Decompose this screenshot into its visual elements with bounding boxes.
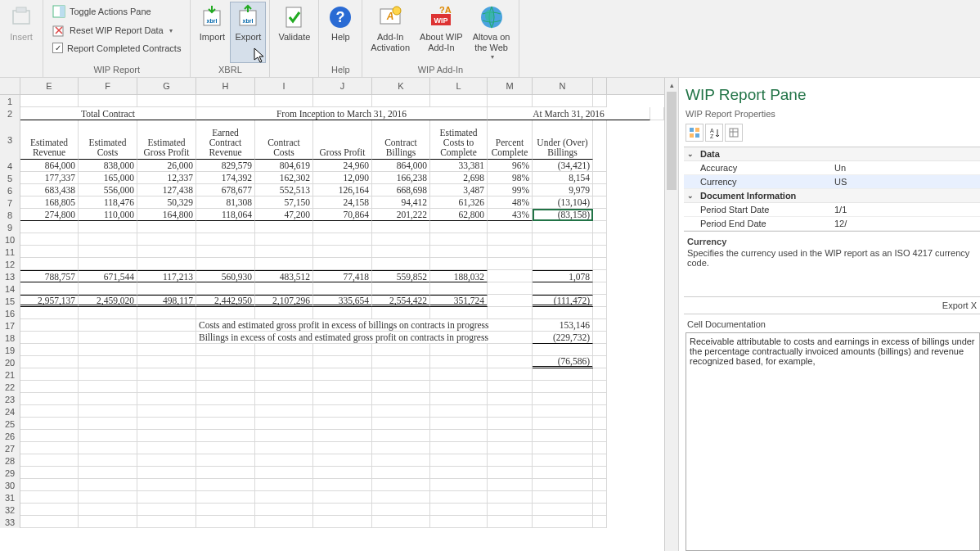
cell-J8[interactable]: 70,864 xyxy=(313,209,372,221)
row-33[interactable]: 33 xyxy=(0,516,664,528)
cell-E6[interactable]: 683,438 xyxy=(20,184,79,196)
cell-M7[interactable]: 48% xyxy=(488,196,533,209)
cell-documentation-box[interactable]: Receivable attributable to costs and ear… xyxy=(686,332,980,551)
row-32[interactable]: 32 xyxy=(0,504,664,516)
row-13[interactable]: 13 788,757 671,544 117,213 560,930 483,5… xyxy=(0,270,664,282)
row-28[interactable]: 28 xyxy=(0,454,664,467)
cell-G4[interactable]: 26,000 xyxy=(137,160,196,172)
hdr-total-contract[interactable]: Total Contract xyxy=(20,107,196,120)
row-15[interactable]: 15 2,957,137 2,459,020 498,117 2,442,950… xyxy=(0,295,664,307)
cell-K6[interactable]: 668,698 xyxy=(372,184,430,196)
row-8[interactable]: 8274,800110,000164,800118,06447,20070,86… xyxy=(0,209,664,221)
category-data[interactable]: ⌄Data xyxy=(684,147,980,161)
row-3[interactable]: 3 Estimated Revenue Estimated Costs Esti… xyxy=(0,120,664,160)
cell-F7[interactable]: 118,476 xyxy=(79,196,137,209)
cell-E5[interactable]: 177,337 xyxy=(20,172,79,184)
export-row[interactable]: Export X xyxy=(684,296,980,314)
vertical-scrollbar[interactable]: ▴ xyxy=(664,78,678,551)
col-header-M[interactable]: M xyxy=(488,78,533,94)
cell-I6[interactable]: 552,513 xyxy=(255,184,313,196)
altova-web-button[interactable]: Altova on the Web ▾ xyxy=(468,2,515,63)
sheet-grid[interactable]: E F G H I J K L M N 1 2 Total Contract F… xyxy=(0,78,664,551)
row-25[interactable]: 25 xyxy=(0,418,664,430)
cell-I5[interactable]: 162,302 xyxy=(255,172,313,184)
row-11[interactable]: 11 xyxy=(0,246,664,258)
cell-I4[interactable]: 804,619 xyxy=(255,160,313,172)
row-30[interactable]: 30 xyxy=(0,479,664,491)
cell-I8[interactable]: 47,200 xyxy=(255,209,313,221)
cell-K5[interactable]: 166,238 xyxy=(372,172,430,184)
cell-L4[interactable]: 33,381 xyxy=(430,160,488,172)
cell-H4[interactable]: 829,579 xyxy=(196,160,255,172)
property-grid[interactable]: ⌄Data AccuracyUn CurrencyUS ⌄Document In… xyxy=(684,147,980,231)
cell-N6[interactable]: 9,979 xyxy=(533,184,593,196)
export-button[interactable]: xbrl Export xyxy=(230,2,266,63)
cell-N4[interactable]: (34,421) xyxy=(533,160,593,172)
cell-H8[interactable]: 118,064 xyxy=(196,209,255,221)
cell-G7[interactable]: 50,329 xyxy=(137,196,196,209)
select-all-corner[interactable] xyxy=(0,78,20,94)
prop-accuracy[interactable]: AccuracyUn xyxy=(684,161,980,175)
categorize-icon[interactable] xyxy=(686,124,704,142)
cell-L5[interactable]: 2,698 xyxy=(430,172,488,184)
cell-J7[interactable]: 24,158 xyxy=(313,196,372,209)
row-19[interactable]: 19 xyxy=(0,344,664,356)
cell-H5[interactable]: 174,392 xyxy=(196,172,255,184)
help-button[interactable]: ? Help xyxy=(322,2,358,63)
row-26[interactable]: 26 xyxy=(0,430,664,442)
category-document-info[interactable]: ⌄Document Information xyxy=(684,189,980,203)
cell-M8[interactable]: 43% xyxy=(488,209,533,221)
cell-F5[interactable]: 165,000 xyxy=(79,172,137,184)
scroll-thumb[interactable] xyxy=(667,92,677,190)
cell-G5[interactable]: 12,337 xyxy=(137,172,196,184)
col-header-J[interactable]: J xyxy=(313,78,372,94)
prop-period-start[interactable]: Period Start Date1/1 xyxy=(684,203,980,217)
row-1[interactable]: 1 xyxy=(0,95,664,107)
row-7[interactable]: 7168,805118,47650,32981,30857,15024,1589… xyxy=(0,196,664,209)
col-header-N[interactable]: N xyxy=(533,78,593,94)
row-23[interactable]: 23 xyxy=(0,393,664,405)
col-header-F[interactable]: F xyxy=(79,78,137,94)
property-pages-icon[interactable] xyxy=(725,124,743,142)
column-headers[interactable]: E F G H I J K L M N xyxy=(0,78,664,95)
cell-E4[interactable]: 864,000 xyxy=(20,160,79,172)
cell-N8[interactable]: (83,158) xyxy=(533,209,593,221)
cell-N5[interactable]: 8,154 xyxy=(533,172,593,184)
cell-E8[interactable]: 274,800 xyxy=(20,209,79,221)
col-header-L[interactable]: L xyxy=(430,78,488,94)
validate-button[interactable]: Validate xyxy=(273,2,315,63)
cell-N7[interactable]: (13,104) xyxy=(533,196,593,209)
col-header-G[interactable]: G xyxy=(137,78,196,94)
report-completed-checkbox[interactable]: ✓ Report Completed Contracts xyxy=(50,41,183,55)
row-10[interactable]: 10 xyxy=(0,233,664,246)
cell-K7[interactable]: 94,412 xyxy=(372,196,430,209)
row-12[interactable]: 12 xyxy=(0,258,664,270)
cell-E7[interactable]: 168,805 xyxy=(20,196,79,209)
row-22[interactable]: 22 xyxy=(0,381,664,393)
import-button[interactable]: xbrl Import xyxy=(194,2,230,63)
cell-J4[interactable]: 24,960 xyxy=(313,160,372,172)
cell-J6[interactable]: 126,164 xyxy=(313,184,372,196)
col-header-I[interactable]: I xyxy=(255,78,313,94)
cell-K8[interactable]: 201,222 xyxy=(372,209,430,221)
cell-J5[interactable]: 12,090 xyxy=(313,172,372,184)
cell-F4[interactable]: 838,000 xyxy=(79,160,137,172)
row-2[interactable]: 2 Total Contract From Inception to March… xyxy=(0,107,664,120)
cell-F8[interactable]: 110,000 xyxy=(79,209,137,221)
cell-L6[interactable]: 3,487 xyxy=(430,184,488,196)
toggle-actions-pane-button[interactable]: Toggle Actions Pane xyxy=(50,3,183,20)
cell-L7[interactable]: 61,326 xyxy=(430,196,488,209)
col-header-H[interactable]: H xyxy=(196,78,255,94)
row-24[interactable]: 24 xyxy=(0,405,664,418)
col-header-E[interactable]: E xyxy=(20,78,79,94)
hdr-at-date[interactable]: At March 31, 2016 xyxy=(488,107,650,120)
cell-M5[interactable]: 98% xyxy=(488,172,533,184)
row-21[interactable]: 21 xyxy=(0,368,664,381)
row-9[interactable]: 9 xyxy=(0,221,664,233)
col-header-O[interactable] xyxy=(593,78,607,94)
cell-G8[interactable]: 164,800 xyxy=(137,209,196,221)
addin-activation-button[interactable]: A Add-In Activation xyxy=(366,2,415,63)
cell-M6[interactable]: 99% xyxy=(488,184,533,196)
prop-currency[interactable]: CurrencyUS xyxy=(684,175,980,189)
cell-M4[interactable]: 96% xyxy=(488,160,533,172)
